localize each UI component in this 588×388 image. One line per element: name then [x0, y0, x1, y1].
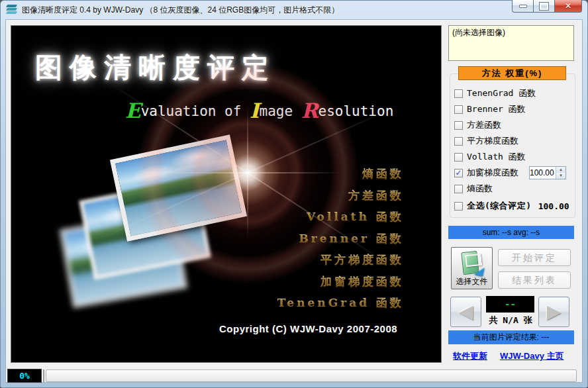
close-icon: ✕ — [565, 1, 571, 11]
select-file-label: 选择文件 — [452, 276, 492, 287]
image-index-lcd: -- — [486, 296, 534, 313]
subtitle-text: mage — [260, 103, 301, 119]
function-item: 平方梯度函数 — [277, 249, 404, 271]
select-all-label: 全选(综合评定) — [467, 200, 532, 212]
sum-avg-bar: sum: --s avg: --s — [448, 226, 574, 239]
weight-value[interactable]: 100.00 — [530, 167, 556, 179]
progress-percent: 0% — [7, 369, 42, 383]
method-row: 平方梯度函数 — [454, 136, 518, 146]
subtitle-cap-i: I — [250, 99, 260, 122]
checkbox-entropy[interactable] — [454, 185, 463, 193]
checkbox-brenner[interactable] — [454, 105, 463, 114]
select-file-button[interactable]: 选择文件 — [451, 247, 493, 289]
results-list-button[interactable]: 结果列表 — [498, 271, 571, 289]
subtitle-cap-r: R — [301, 99, 318, 122]
maximize-button[interactable] — [533, 0, 554, 13]
method-label: 方差函数 — [467, 119, 501, 131]
progress-bar — [46, 369, 577, 382]
method-row: 方差函数 — [454, 120, 501, 130]
copyright-text: Copyright (C) WJW-Davy 2007-2008 — [219, 323, 397, 334]
title-bar[interactable]: 图像清晰度评定 0.4 by WJW-Davy （8 位灰度图像、24 位RGB… — [0, 0, 588, 19]
method-label: Brenner 函数 — [467, 103, 526, 115]
method-weight-header[interactable]: 方法 权重(%) — [458, 66, 566, 80]
method-label: TenenGrad 函数 — [467, 87, 536, 99]
subtitle-text: valuation of — [141, 103, 250, 119]
app-icon — [7, 5, 18, 15]
method-label: 熵函数 — [467, 183, 493, 195]
homepage-link[interactable]: WJW-Davy 主页 — [500, 350, 564, 362]
method-row: 熵函数 — [454, 183, 493, 194]
subtitle-cap-e: E — [125, 99, 141, 122]
sharp-photo-front — [110, 134, 247, 242]
splash-title: 图像清晰度评定 — [35, 50, 276, 86]
method-label: 平方梯度函数 — [467, 135, 518, 147]
method-label: 加窗梯度函数 — [467, 167, 518, 179]
statusbar-divider — [43, 369, 44, 382]
method-row: Brenner 函数 — [454, 104, 526, 115]
subtitle-text: esolution — [318, 103, 394, 119]
function-item: Vollath 函数 — [277, 206, 404, 228]
function-item: TenenGrad 函数 — [277, 292, 404, 314]
arrow-left-icon: ◀ — [459, 303, 473, 321]
software-update-link[interactable]: 软件更新 — [453, 350, 487, 362]
select-all-row: 全选(综合评定) 100.00 — [454, 201, 569, 211]
minimize-icon — [519, 5, 527, 8]
function-item: Brenner 函数 — [277, 228, 404, 250]
close-button[interactable]: ✕ — [554, 0, 582, 13]
spin-up-icon[interactable]: ▲ — [556, 167, 565, 173]
start-evaluation-button[interactable]: 开始评定 — [498, 249, 571, 266]
window-title: 图像清晰度评定 0.4 by WJW-Davy （8 位灰度图像、24 位RGB… — [22, 5, 339, 16]
method-row: TenenGrad 函数 — [454, 88, 536, 99]
minimize-button[interactable] — [512, 0, 533, 13]
checkbox-tenengrad[interactable] — [454, 89, 463, 98]
function-item: 方差函数 — [277, 185, 404, 207]
method-row: ✓ 加窗梯度函数 — [454, 168, 518, 178]
function-list: 熵函数 方差函数 Vollath 函数 Brenner 函数 平方梯度函数 加窗… — [277, 163, 404, 314]
checkbox-vollath[interactable] — [454, 153, 463, 162]
next-image-button[interactable]: ▶ — [538, 297, 569, 327]
weight-spinner[interactable]: 100.00 ▲ ▼ — [529, 166, 566, 179]
maximize-icon — [540, 3, 548, 10]
function-item: 加窗梯度函数 — [277, 271, 404, 293]
select-all-value: 100.00 — [538, 201, 569, 211]
checkbox-windowed-gradient[interactable]: ✓ — [454, 169, 463, 177]
image-count-label: 共 N/A 张 — [483, 315, 538, 326]
checkbox-squared-gradient[interactable] — [454, 137, 463, 146]
arrow-right-icon: ▶ — [547, 303, 562, 321]
spinner-buttons: ▲ ▼ — [556, 167, 565, 179]
method-row: Vollath 函数 — [454, 152, 526, 162]
application-window: 图像清晰度评定 0.4 by WJW-Davy （8 位灰度图像、24 位RGB… — [0, 0, 588, 388]
lens-flare-streak — [247, 107, 248, 239]
previous-image-button[interactable]: ◀ — [450, 297, 481, 327]
checkbox-variance[interactable] — [454, 121, 463, 130]
splash-subtitle: Evaluation of Image Resolution — [125, 99, 393, 122]
open-folder-icon — [460, 250, 485, 275]
method-label: Vollath 函数 — [467, 151, 526, 163]
image-info-box: (尚未选择图像) — [448, 25, 574, 61]
window-controls: ✕ — [512, 0, 582, 13]
function-item: 熵函数 — [277, 163, 404, 185]
current-result-bar: 当前图片评定结果: --- — [448, 330, 574, 344]
image-display: 图像清晰度评定 Evaluation of Image Resolution 熵… — [11, 25, 442, 363]
checkbox-select-all[interactable] — [454, 202, 463, 211]
spin-down-icon[interactable]: ▼ — [556, 173, 565, 179]
